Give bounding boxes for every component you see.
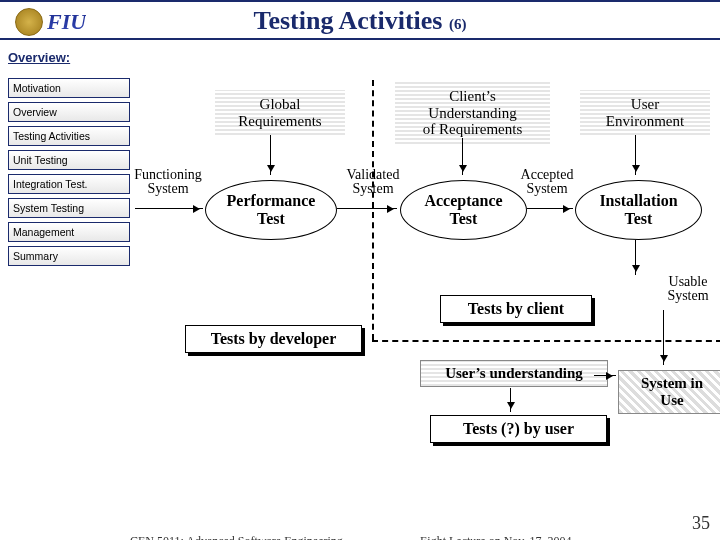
arrow-down-icon xyxy=(663,310,664,365)
box-users-understanding: User’s understanding xyxy=(420,360,608,387)
ellipse-installation-test: InstallationTest xyxy=(575,180,702,240)
arrow-right-icon xyxy=(337,208,397,209)
fiu-text-icon: FIU xyxy=(47,9,86,35)
slide-title-suffix: (6) xyxy=(449,16,467,32)
ellipse-performance-test: PerformanceTest xyxy=(205,180,337,240)
arrow-down-icon xyxy=(270,135,271,175)
arrow-down-icon xyxy=(635,240,636,275)
arrow-right-icon xyxy=(135,208,203,209)
sidebar-item-unit-testing[interactable]: Unit Testing xyxy=(8,150,130,170)
sidebar-item-testing-activities[interactable]: Testing Activities xyxy=(8,126,130,146)
overview-heading: Overview: xyxy=(8,50,720,65)
box-tests-by-developer: Tests by developer xyxy=(185,325,362,353)
label-accepted-system: AcceptedSystem xyxy=(512,168,582,196)
sidebar-item-summary[interactable]: Summary xyxy=(8,246,130,266)
arrow-right-icon xyxy=(594,375,616,376)
box-global-requirements: GlobalRequirements xyxy=(215,90,345,135)
diagram-area: GlobalRequirements Client’sUnderstanding… xyxy=(140,80,720,480)
footer-right: Eight Lecture on Nov. 17, 2004 xyxy=(420,534,572,540)
label-functioning-system: FunctioningSystem xyxy=(128,168,208,196)
box-user-environment: UserEnvironment xyxy=(580,90,710,135)
arrow-down-icon xyxy=(510,388,511,412)
box-tests-by-client: Tests by client xyxy=(440,295,592,323)
fiu-logo: FIU xyxy=(15,8,86,36)
slide-number: 35 xyxy=(692,513,710,534)
sidebar-item-management[interactable]: Management xyxy=(8,222,130,242)
sidebar-item-system-testing[interactable]: System Testing xyxy=(8,198,130,218)
seal-icon xyxy=(15,8,43,36)
sidebar: Motivation Overview Testing Activities U… xyxy=(8,78,130,270)
arrow-right-icon xyxy=(527,208,573,209)
label-usable-system: UsableSystem xyxy=(658,275,718,303)
box-system-in-use: System inUse xyxy=(618,370,720,414)
arrow-down-icon xyxy=(635,135,636,175)
title-bar: FIU Testing Activities (6) xyxy=(0,0,720,40)
sidebar-item-integration-test[interactable]: Integration Test. xyxy=(8,174,130,194)
arrow-down-icon xyxy=(462,138,463,175)
footer-left: CEN 5011: Advanced Software Engineering xyxy=(130,534,343,540)
dashed-divider-horizontal xyxy=(372,340,720,342)
slide-title: Testing Activities xyxy=(254,6,443,35)
box-clients-understanding: Client’sUnderstandingof Requirements xyxy=(395,82,550,144)
sidebar-item-motivation[interactable]: Motivation xyxy=(8,78,130,98)
ellipse-acceptance-test: AcceptanceTest xyxy=(400,180,527,240)
box-tests-by-user: Tests (?) by user xyxy=(430,415,607,443)
dashed-divider-vertical xyxy=(372,80,374,340)
sidebar-item-overview[interactable]: Overview xyxy=(8,102,130,122)
